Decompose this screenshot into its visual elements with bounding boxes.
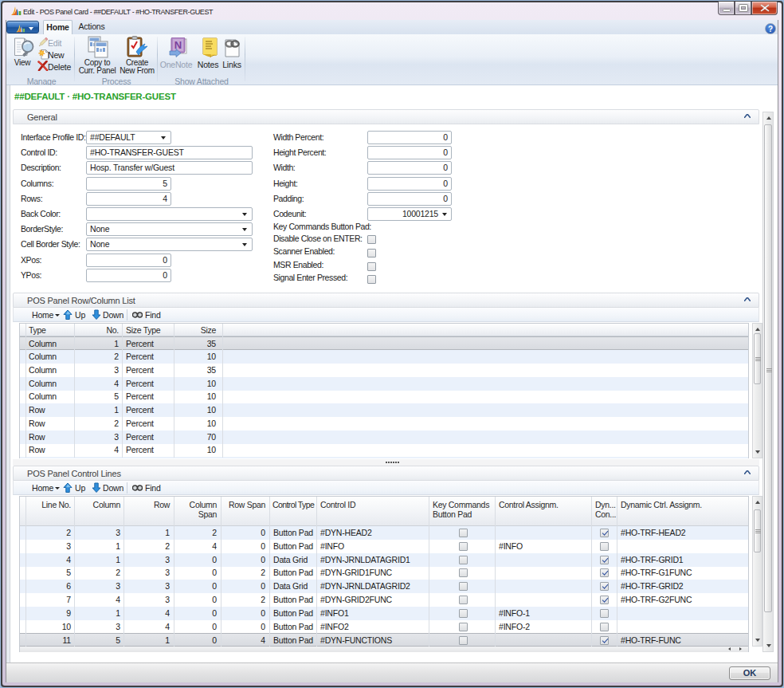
svg-text:N: N [174, 39, 182, 51]
